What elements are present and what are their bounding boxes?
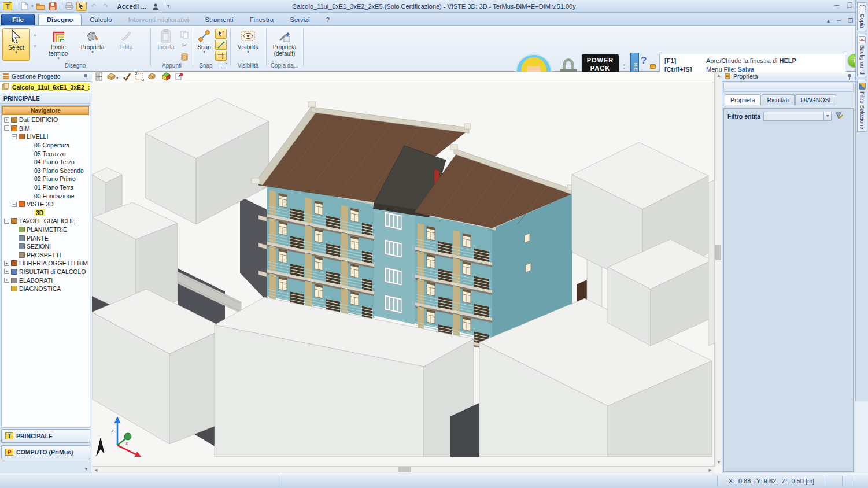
tree-expander[interactable]: − [4, 219, 9, 224]
tree-expander[interactable]: − [12, 134, 17, 139]
ribbon-tab-strumenti[interactable]: Strumenti [197, 14, 241, 25]
proprieta-button[interactable]: Proprietà [77, 28, 108, 61]
tree-expander[interactable]: + [4, 278, 9, 283]
qat-customize-dropdown[interactable]: ▾ [167, 3, 169, 9]
paste-special-button[interactable] [179, 51, 190, 61]
tree-item-dati-edificio[interactable]: + Dati EDIFICIO [2, 116, 90, 124]
user-icon[interactable] [150, 2, 161, 11]
doc-restore-button[interactable]: ❐ [848, 17, 853, 24]
copy-object-icon[interactable] [147, 72, 158, 82]
print-button[interactable] [64, 2, 75, 11]
ribbon-tab-finestra[interactable]: Finestra [242, 14, 282, 25]
tree-expander[interactable]: + [4, 117, 9, 123]
viste-3d-icon [19, 201, 25, 207]
edge-tab-filtro-selezione[interactable]: Filtro Selezione [857, 80, 867, 132]
doc-minimize-button[interactable]: ─ [837, 17, 841, 24]
cut-button[interactable]: ✂ [179, 40, 190, 50]
redo-button[interactable]: ↷ [101, 2, 111, 11]
restore-button[interactable]: ❐ [847, 2, 853, 9]
tree-item-diagnostica[interactable]: DIAGNOSTICA [2, 284, 90, 293]
tab-diagnosi[interactable]: DIAGNOSI [795, 94, 836, 105]
tree-item-elaborati[interactable]: + ELABORATI [2, 276, 90, 284]
layer-box-icon[interactable]: ▾ [106, 72, 119, 82]
edita-button[interactable]: Edita [112, 28, 140, 61]
tree-item-sezioni[interactable]: SEZIONI [2, 242, 90, 251]
tree-item-libreria-oggetti-bim[interactable]: + LIBRERIA OGGETTI BIM [2, 259, 90, 268]
incolla-button[interactable]: Incolla [152, 28, 180, 61]
tree-expander[interactable]: − [12, 202, 17, 207]
apply-check-icon[interactable] [123, 72, 131, 82]
tree-item-01-piano-terra[interactable]: 01 Piano Terra [2, 183, 90, 192]
tree-expander[interactable]: + [4, 261, 9, 266]
tree-item-06-copertura[interactable]: 06 Copertura [2, 141, 90, 150]
tree-item-piante[interactable]: PIANTE [2, 234, 90, 242]
filter-edit-icon[interactable] [834, 112, 844, 121]
tree-item-03-piano-secondo[interactable]: 03 Piano Secondo [2, 167, 90, 175]
ribbon-tab--[interactable]: ? [318, 14, 338, 25]
tree-item-04-piano-terzo[interactable]: 04 Piano Terzo [2, 158, 90, 167]
eye-icon [241, 28, 256, 43]
tree-item-prospetti[interactable]: PROSPETTI [2, 251, 90, 260]
3d-viewport-scene[interactable]: z x [92, 82, 714, 457]
hscroll-thumb[interactable] [398, 467, 411, 472]
vscroll-thumb[interactable] [715, 245, 721, 260]
tree-item-05-terrazzo[interactable]: 05 Terrazzo [2, 149, 90, 158]
help-support-button[interactable]: ? [641, 55, 656, 70]
principale-section-button[interactable]: T PRINCIPALE [1, 429, 90, 443]
app-logo[interactable]: T [2, 2, 13, 11]
tree-item-livelli[interactable]: − LIVELLI [2, 132, 90, 141]
selection-box-icon[interactable] [135, 72, 144, 82]
snap-grid-toggle[interactable] [215, 51, 227, 61]
ribbon-tab-disegno[interactable]: Disegno [38, 14, 82, 25]
selection-spinner[interactable]: ▲▼ [32, 32, 38, 49]
accedi-label[interactable]: Accedi ... [117, 3, 147, 10]
tree-item-viste-3d[interactable]: − VISTE 3D [2, 200, 90, 209]
ribbon-tab-interventi-migliorativi[interactable]: Interventi migliorativi [120, 14, 197, 25]
new-file-dropdown[interactable]: ▾ [31, 4, 34, 9]
tree-item-02-piano-primo[interactable]: 02 Piano Primo [2, 175, 90, 183]
pin-icon[interactable] [847, 74, 852, 79]
tree-item-risultati-di-calcolo[interactable]: + RISULTATI di CALCOLO [2, 268, 90, 276]
tree-item-00-fondazione[interactable]: 00 Fondazione [2, 191, 90, 200]
ribbon-tab-calcolo[interactable]: Calcolo [82, 14, 120, 25]
tree-item-planimetrie[interactable]: PLANIMETRIE [2, 225, 90, 234]
computo-section-button[interactable]: P COMPUTO (PriMus) [1, 445, 90, 459]
ribbon-tab-servizi[interactable]: Servizi [282, 14, 318, 25]
viewport-vertical-scrollbar[interactable]: ▲ ▼ [714, 72, 722, 466]
viewport-horizontal-scrollbar[interactable]: ◄ ► [92, 466, 714, 473]
copy-button[interactable] [179, 29, 190, 39]
3d-view-cube-icon[interactable] [161, 72, 171, 82]
new-file-button[interactable] [19, 2, 29, 11]
project-row[interactable]: Calcolo_11ui_6xE1_3xE2_: [0, 82, 91, 93]
tab-proprieta[interactable]: Proprietà [725, 94, 761, 105]
level-tool-icon[interactable] [95, 72, 103, 82]
exit-view-icon[interactable] [175, 72, 183, 82]
snap-line-toggle[interactable] [215, 40, 227, 50]
tree-item-bim[interactable]: − BIM [2, 124, 90, 133]
tab-risultati[interactable]: Risultati [762, 94, 795, 105]
snap-cursor-toggle[interactable] [215, 29, 227, 39]
tree-item-tavole-grafiche[interactable]: − TAVOLE GRAFICHE [2, 217, 90, 225]
undo-button[interactable]: ↶ [88, 2, 99, 11]
edge-tab-background[interactable]: BG Background [857, 34, 867, 77]
visibilita-button[interactable]: Visibilità [233, 28, 263, 61]
ribbon-tab-file[interactable]: File [1, 14, 35, 25]
filtro-entita-select[interactable]: ▼ [763, 112, 832, 121]
pin-icon[interactable] [83, 74, 88, 79]
select-button[interactable]: Select [2, 28, 30, 61]
proprieta-default-button[interactable]: Proprietà (default) [269, 28, 300, 61]
select-tool-button[interactable] [76, 2, 87, 11]
minimize-button[interactable]: ─ [834, 2, 839, 9]
save-button[interactable] [47, 2, 58, 11]
tree-expander[interactable]: + [4, 269, 9, 274]
snap-dialog-launcher[interactable] [221, 63, 226, 68]
snap-button[interactable]: Snap [194, 28, 214, 61]
tree-item-3d[interactable]: 3D [2, 209, 90, 217]
facade-stair-tower[interactable] [373, 200, 417, 325]
ponte-termico-button[interactable]: Ponte termico [43, 28, 74, 61]
panel-more-button[interactable]: ▾ [84, 466, 87, 472]
doc-collapse-button[interactable]: ▴ [827, 17, 830, 24]
edge-tab-copia[interactable]: Copia [857, 2, 867, 31]
open-button[interactable] [35, 2, 46, 11]
tree-expander[interactable]: − [4, 125, 9, 131]
